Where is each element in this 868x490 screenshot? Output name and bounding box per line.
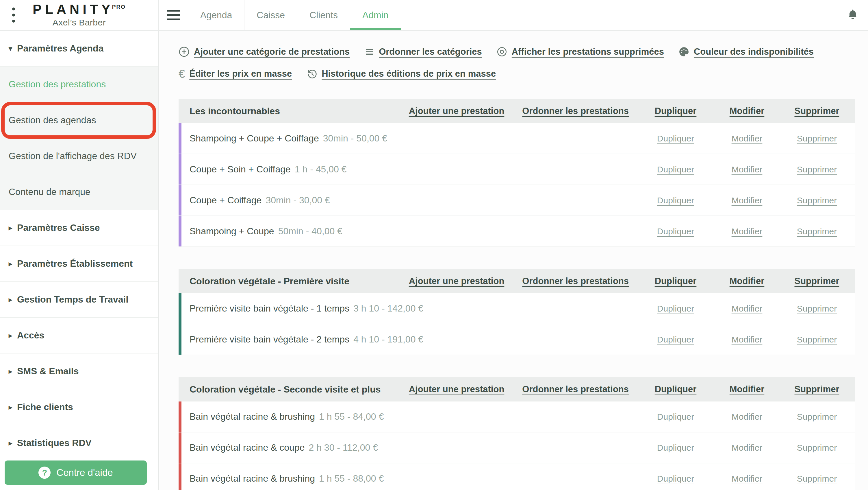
sidebar-item-gestion-agendas[interactable]: Gestion des agendas (0, 103, 158, 138)
hamburger-menu-button[interactable] (159, 0, 188, 30)
edit-category-link[interactable]: Modifier (722, 276, 772, 286)
chevron-right-icon (9, 332, 12, 339)
sidebar-item-affichage-rdv[interactable]: Gestion de l'affichage des RDV (0, 138, 158, 174)
tab-admin[interactable]: Admin (350, 0, 401, 30)
add-category-link[interactable]: Ajouter une catégorie de prestations (179, 46, 350, 57)
edit-category-link[interactable]: Modifier (722, 384, 772, 395)
chevron-down-icon (9, 45, 12, 52)
sidebar-item-contenu-marque[interactable]: Contenu de marque (0, 174, 158, 210)
service-row: Bain végétal racine & brushing 1 h 55 - … (179, 463, 855, 490)
sidebar-item-acces[interactable]: Accès (0, 318, 158, 353)
order-services-link[interactable]: Ordonner les prestations (522, 384, 629, 395)
delete-service-link[interactable]: Supprimer (789, 335, 844, 345)
service-duration-price: 30min - 50,00 € (323, 133, 387, 144)
tab-caisse[interactable]: Caisse (244, 0, 297, 30)
delete-service-link[interactable]: Supprimer (789, 304, 844, 314)
category-color-bar (179, 216, 182, 247)
service-name: Première visite bain végétale - 1 temps (190, 303, 349, 314)
order-categories-link[interactable]: Ordonner les catégories (364, 47, 482, 57)
sidebar-item-gestion-prestations[interactable]: Gestion des prestations (0, 66, 158, 103)
service-row: Coupe + Coiffage 30min - 30,00 € Dupliqu… (179, 185, 855, 216)
duplicate-service-link[interactable]: Dupliquer (647, 196, 705, 205)
edit-service-link[interactable]: Modifier (722, 227, 772, 236)
duplicate-service-link[interactable]: Dupliquer (647, 165, 705, 174)
chevron-right-icon (9, 225, 12, 231)
delete-service-link[interactable]: Supprimer (789, 196, 844, 205)
edit-service-link[interactable]: Modifier (722, 474, 772, 484)
chevron-right-icon (9, 440, 12, 446)
add-service-link[interactable]: Ajouter une prestation (409, 384, 504, 395)
sidebar-item-parametres-etablissement[interactable]: Paramètres Établissement (0, 246, 158, 282)
sidebar-item-label: Paramètres Caisse (17, 223, 100, 233)
edit-service-link[interactable]: Modifier (722, 304, 772, 314)
service-row: Coupe + Soin + Coiffage 1 h - 45,00 € Du… (179, 154, 855, 185)
edit-category-link[interactable]: Modifier (722, 106, 772, 116)
help-center-button[interactable]: ? Centre d'aide (5, 461, 147, 485)
chevron-right-icon (9, 296, 12, 303)
service-duration-price: 50min - 40,00 € (278, 226, 342, 237)
add-service-link[interactable]: Ajouter une prestation (409, 106, 504, 116)
price-edit-history-link[interactable]: Historique des éditions de prix en masse (306, 68, 496, 79)
delete-service-link[interactable]: Supprimer (789, 412, 844, 422)
service-name: Bain végétal racine & brushing (190, 473, 315, 484)
chevron-right-icon (9, 260, 12, 267)
duplicate-category-link[interactable]: Dupliquer (647, 384, 705, 395)
sidebar-item-fiche-clients[interactable]: Fiche clients (0, 390, 158, 425)
service-row: Bain végétal racine & coupe 2 h 30 - 112… (179, 432, 855, 463)
service-row: Shampoing + Coupe 50min - 40,00 € Dupliq… (179, 216, 855, 247)
edit-service-link[interactable]: Modifier (722, 412, 772, 422)
order-services-link[interactable]: Ordonner les prestations (522, 106, 629, 116)
sidebar-item-sms-emails[interactable]: SMS & Emails (0, 353, 158, 390)
tab-clients[interactable]: Clients (297, 0, 350, 30)
prestations-toolbar: Ajouter une catégorie de prestations Ord… (159, 31, 868, 81)
category-color-bar (179, 432, 182, 463)
edit-service-link[interactable]: Modifier (722, 196, 772, 205)
edit-service-link[interactable]: Modifier (722, 335, 772, 345)
duplicate-service-link[interactable]: Dupliquer (647, 227, 705, 236)
category-section: Coloration végétale - Première visite Aj… (179, 269, 855, 355)
service-name: Coupe + Soin + Coiffage (190, 164, 291, 175)
delete-service-link[interactable]: Supprimer (789, 134, 844, 143)
show-deleted-link[interactable]: Afficher les prestations supprimées (496, 46, 664, 57)
tab-agenda[interactable]: Agenda (188, 0, 244, 30)
service-duration-price: 1 h 55 - 88,00 € (319, 473, 384, 484)
unavailability-color-link[interactable]: Couleur des indisponibilités (678, 46, 814, 57)
history-icon (306, 68, 317, 79)
edit-service-link[interactable]: Modifier (722, 165, 772, 174)
bulk-edit-prices-link[interactable]: € Éditer les prix en masse (179, 68, 292, 80)
delete-category-link[interactable]: Supprimer (789, 384, 844, 395)
main-content: Ajouter une catégorie de prestations Ord… (159, 31, 868, 490)
sidebar-item-parametres-agenda[interactable]: Paramètres Agenda (0, 31, 158, 66)
brand-block: PLANITYPRO Axel’s Barber (0, 0, 159, 30)
add-service-link[interactable]: Ajouter une prestation (409, 276, 504, 286)
duplicate-service-link[interactable]: Dupliquer (647, 335, 705, 345)
notifications-bell-icon[interactable] (846, 8, 859, 22)
delete-category-link[interactable]: Supprimer (789, 276, 844, 286)
eye-icon (496, 46, 507, 57)
delete-service-link[interactable]: Supprimer (789, 165, 844, 174)
sidebar-item-label: Fiche clients (17, 402, 73, 412)
edit-service-link[interactable]: Modifier (722, 443, 772, 453)
order-services-link[interactable]: Ordonner les prestations (522, 276, 629, 286)
delete-service-link[interactable]: Supprimer (789, 443, 844, 453)
duplicate-service-link[interactable]: Dupliquer (647, 304, 705, 314)
sidebar-item-gestion-temps-travail[interactable]: Gestion Temps de Travail (0, 282, 158, 318)
sidebar-item-label: Gestion des prestations (9, 79, 106, 90)
duplicate-category-link[interactable]: Dupliquer (647, 276, 705, 286)
delete-service-link[interactable]: Supprimer (789, 227, 844, 236)
duplicate-service-link[interactable]: Dupliquer (647, 474, 705, 484)
service-duration-price: 4 h 10 - 191,00 € (353, 334, 423, 345)
delete-service-link[interactable]: Supprimer (789, 474, 844, 484)
duplicate-service-link[interactable]: Dupliquer (647, 412, 705, 422)
kebab-menu-icon[interactable] (10, 6, 17, 24)
sidebar-item-label: Paramètres Agenda (17, 43, 103, 54)
duplicate-service-link[interactable]: Dupliquer (647, 134, 705, 143)
duplicate-service-link[interactable]: Dupliquer (647, 443, 705, 453)
edit-service-link[interactable]: Modifier (722, 134, 772, 143)
category-color-bar (179, 402, 182, 432)
category-title: Coloration végétale - Seconde visite et … (190, 384, 381, 395)
sidebar-item-statistiques-rdv[interactable]: Statistiques RDV (0, 425, 158, 461)
delete-category-link[interactable]: Supprimer (789, 106, 844, 116)
sidebar-item-parametres-caisse[interactable]: Paramètres Caisse (0, 210, 158, 246)
duplicate-category-link[interactable]: Dupliquer (647, 106, 705, 116)
